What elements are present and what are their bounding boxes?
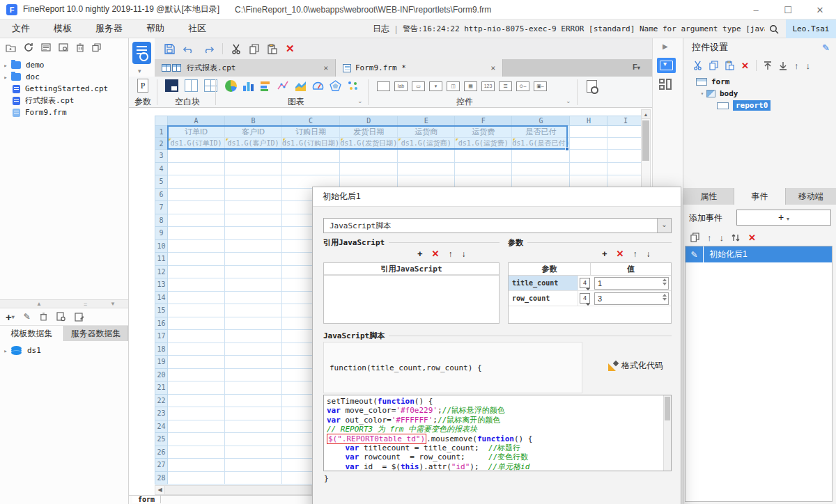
- minimize-button[interactable]: –: [740, 0, 772, 19]
- document-tab-1[interactable]: Form9.frm *✕: [336, 59, 503, 77]
- grid-cell[interactable]: [168, 239, 225, 253]
- pie-chart-icon[interactable]: [225, 80, 237, 92]
- grid-cell[interactable]: 是否已付: [512, 126, 570, 138]
- move-down-icon[interactable]: ↓: [720, 233, 725, 243]
- column-header-I[interactable]: I: [607, 116, 644, 126]
- menu-item-4[interactable]: 社区: [176, 22, 218, 35]
- spinner-icons[interactable]: [663, 278, 667, 285]
- code-scrollbar[interactable]: [663, 395, 671, 471]
- grid-cell[interactable]: [168, 304, 225, 317]
- number-widget-icon[interactable]: 123: [481, 81, 495, 91]
- grid-cell[interactable]: [225, 330, 282, 343]
- row-header-12[interactable]: 12: [155, 265, 168, 278]
- settings-icon[interactable]: [59, 43, 68, 52]
- row-header-24[interactable]: 24: [155, 420, 168, 433]
- grid-cell[interactable]: [168, 368, 225, 381]
- grid-cell[interactable]: [455, 162, 512, 175]
- parameter-pane-button[interactable]: P: [137, 79, 148, 93]
- column-header-H[interactable]: H: [570, 116, 607, 126]
- row-header-8[interactable]: 8: [155, 214, 168, 227]
- log-menu[interactable]: 日志: [373, 23, 389, 35]
- grid-cell[interactable]: [225, 407, 282, 420]
- grid-cell[interactable]: [168, 227, 225, 240]
- grid-cell[interactable]: ds1.G(是否已付): [512, 138, 570, 150]
- spin-down-icon[interactable]: [663, 298, 667, 301]
- column-header-G[interactable]: G: [512, 116, 570, 126]
- grid-cell[interactable]: [340, 150, 398, 163]
- grid-cell[interactable]: [225, 150, 282, 163]
- cut-icon[interactable]: [693, 61, 702, 70]
- expand-icon[interactable]: ▸: [0, 74, 11, 81]
- close-tab-icon[interactable]: ✕: [323, 63, 328, 72]
- grid-cell[interactable]: [168, 150, 225, 163]
- row-header-28[interactable]: 28: [155, 471, 168, 485]
- blank-block-icon[interactable]: [165, 79, 178, 92]
- row-header-13[interactable]: 13: [155, 278, 168, 292]
- grid-cell[interactable]: [225, 265, 282, 278]
- widget-tree-item-body[interactable]: ▾body: [683, 88, 836, 100]
- grid-cell[interactable]: [168, 278, 225, 292]
- row-header-21[interactable]: 21: [155, 381, 168, 395]
- edit-sql-icon[interactable]: [75, 313, 84, 322]
- grid-cell[interactable]: [225, 278, 282, 292]
- checkbox-widget-icon[interactable]: ▣–: [534, 81, 547, 91]
- tab-属性[interactable]: 属性: [683, 188, 734, 205]
- menu-item-1[interactable]: 模板: [42, 22, 84, 35]
- event-list-item[interactable]: ✎ 初始化后1: [686, 246, 832, 262]
- column-header-A[interactable]: A: [168, 116, 225, 126]
- close-button[interactable]: ✕: [804, 0, 836, 19]
- gauge-chart-icon[interactable]: [312, 80, 324, 92]
- row-header-9[interactable]: 9: [155, 227, 168, 240]
- row-header-25[interactable]: 25: [155, 433, 168, 446]
- calendar-widget-icon[interactable]: ▦: [464, 81, 477, 91]
- delete-dataset-icon[interactable]: [40, 313, 47, 321]
- grid-cell[interactable]: [570, 162, 607, 175]
- column-header-B[interactable]: B: [225, 116, 282, 126]
- row-header-1[interactable]: 1: [155, 126, 168, 138]
- widget-more-icon[interactable]: ⌄: [566, 97, 571, 104]
- file-tree-item[interactable]: ▸demo: [0, 59, 129, 71]
- file-tree-item[interactable]: Form9.frm: [0, 107, 129, 118]
- preview-icon[interactable]: [587, 80, 597, 93]
- split-widget-icon[interactable]: ◫: [447, 81, 460, 91]
- tab-事件[interactable]: 事件: [734, 188, 785, 205]
- grid-cell[interactable]: [168, 394, 225, 407]
- copy-icon[interactable]: [249, 44, 259, 54]
- report-designer-icon[interactable]: [132, 42, 151, 64]
- edit-dataset-icon[interactable]: ✎: [24, 312, 31, 322]
- add-icon[interactable]: +: [602, 249, 607, 259]
- expand-icon[interactable]: ▾: [698, 90, 706, 97]
- column-header-F[interactable]: F: [455, 116, 512, 126]
- dataset-tab-1[interactable]: 服务器数据集: [64, 326, 128, 341]
- column-header-C[interactable]: C: [282, 116, 340, 126]
- grid-cell[interactable]: [225, 239, 282, 253]
- grid-cell[interactable]: [398, 162, 455, 175]
- row-header-19[interactable]: 19: [155, 356, 168, 369]
- row-header-20[interactable]: 20: [155, 368, 168, 381]
- grid-cell[interactable]: [225, 446, 282, 459]
- grid-cell[interactable]: [168, 330, 225, 343]
- chart-more-icon[interactable]: ⌄: [357, 97, 363, 104]
- combobox-widget-icon[interactable]: ▾: [429, 81, 442, 91]
- grid-cell[interactable]: ds1.G(订购日期): [282, 138, 340, 150]
- grid-cell[interactable]: [168, 188, 225, 201]
- grid-cell[interactable]: [225, 433, 282, 446]
- grid-cell[interactable]: 订购日期: [282, 126, 340, 138]
- grid-cell[interactable]: 订单ID: [168, 126, 225, 138]
- view-mode-icon[interactable]: [41, 43, 51, 52]
- sheet-tab-form[interactable]: form: [132, 496, 161, 503]
- add-dataset-icon[interactable]: +▾: [6, 311, 15, 323]
- event-name[interactable]: 初始化后1: [704, 246, 748, 262]
- edit-pencil-icon[interactable]: ✎: [822, 42, 830, 53]
- grid-cell[interactable]: 客户ID: [225, 126, 282, 138]
- area-chart-icon[interactable]: [295, 80, 307, 92]
- grid-corner[interactable]: [155, 116, 168, 126]
- grid-cell[interactable]: [570, 126, 607, 138]
- tab-移动端[interactable]: 移动端: [786, 188, 836, 205]
- grid-cell[interactable]: [168, 446, 225, 459]
- document-tab-0[interactable]: 行式报表.cpt✕: [155, 59, 336, 77]
- spin-up-icon[interactable]: [663, 278, 667, 281]
- row-header-23[interactable]: 23: [155, 407, 168, 420]
- save-icon[interactable]: [164, 44, 175, 54]
- spinner-icons[interactable]: [663, 294, 667, 301]
